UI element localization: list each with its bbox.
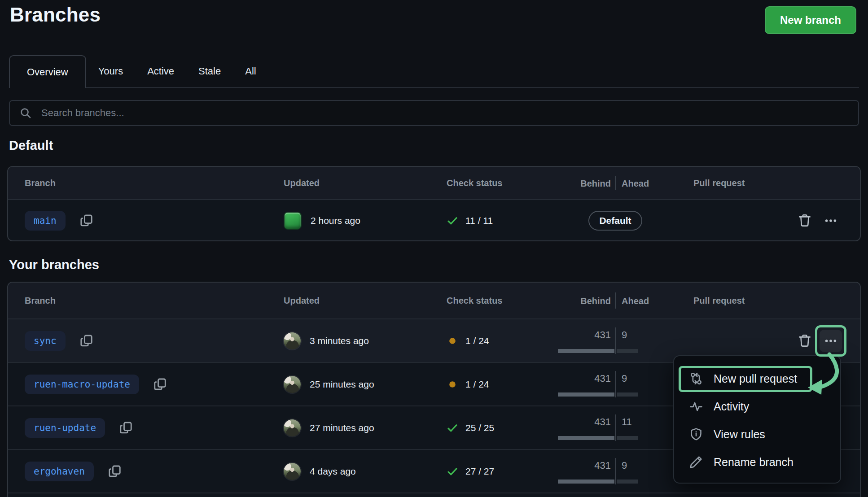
behind-ahead-cell: 431 9 xyxy=(557,319,674,362)
tab-overview-label: Overview xyxy=(27,66,68,78)
updated-text: 27 minutes ago xyxy=(310,423,374,433)
branch-options-kebab-button[interactable] xyxy=(820,209,842,232)
tab-all[interactable]: All xyxy=(233,55,268,87)
menu-item-rename-branch[interactable]: Rename branch xyxy=(674,448,840,476)
ahead-bar xyxy=(617,392,638,397)
updated-text: 25 minutes ago xyxy=(310,379,374,390)
avatar[interactable] xyxy=(284,376,301,393)
search-branches-box[interactable] xyxy=(9,100,859,126)
avatar[interactable] xyxy=(284,419,301,436)
branches-page: Branches New branch Overview Yours Activ… xyxy=(0,0,868,497)
table-header: Branch Updated Check status Behind Ahead… xyxy=(8,167,860,200)
default-branch-table: Branch Updated Check status Behind Ahead… xyxy=(7,166,861,241)
updated-text: 3 minutes ago xyxy=(310,336,369,346)
default-badge: Default xyxy=(588,211,642,231)
default-section-heading: Default xyxy=(9,138,53,153)
tab-overview[interactable]: Overview xyxy=(9,55,86,88)
branch-name-chip[interactable]: main xyxy=(25,211,66,231)
branch-name-chip[interactable]: ruen-update xyxy=(25,418,105,438)
check-pending-icon[interactable] xyxy=(447,379,458,390)
ahead-count: 11 xyxy=(622,416,632,428)
copy-branch-name-icon[interactable] xyxy=(119,421,133,435)
branch-options-kebab-button[interactable] xyxy=(820,330,842,352)
menu-item-view-rules[interactable]: View rules xyxy=(674,420,840,448)
check-count[interactable]: 25 / 25 xyxy=(465,423,494,433)
search-branches-input[interactable] xyxy=(40,107,848,119)
check-pending-icon[interactable] xyxy=(447,335,458,347)
behind-bar xyxy=(558,349,614,353)
copy-branch-name-icon[interactable] xyxy=(153,378,167,391)
behind-ahead-divider xyxy=(615,292,616,309)
column-header-check-status: Check status xyxy=(447,283,557,318)
branch-name-chip[interactable]: sync xyxy=(25,331,66,351)
avatar[interactable] xyxy=(284,212,302,230)
table-header: Branch Updated Check status Behind Ahead… xyxy=(8,283,860,319)
updated-text: 4 days ago xyxy=(310,466,356,477)
behind-count: 431 xyxy=(594,329,611,341)
menu-item-new-pull-request[interactable]: New pull request xyxy=(674,365,840,392)
behind-ahead-cell: 431 11 xyxy=(557,406,674,449)
new-branch-button[interactable]: New branch xyxy=(765,6,856,34)
column-header-updated: Updated xyxy=(284,167,447,199)
pull-request-cell xyxy=(674,200,754,241)
copy-branch-name-icon[interactable] xyxy=(80,214,93,227)
ahead-count: 9 xyxy=(622,373,627,384)
git-compare-icon xyxy=(689,372,703,385)
behind-count: 431 xyxy=(594,373,611,384)
menu-item-label: New pull request xyxy=(714,372,797,385)
behind-ahead-cell: 431 9 xyxy=(557,450,674,493)
menu-item-label: Rename branch xyxy=(714,456,793,469)
page-title: Branches xyxy=(10,4,101,26)
menu-item-label: Activity xyxy=(714,400,749,413)
check-success-icon[interactable] xyxy=(447,215,458,227)
kebab-icon xyxy=(824,334,837,348)
menu-item-activity[interactable]: Activity xyxy=(674,392,840,420)
behind-bar xyxy=(558,436,614,440)
ahead-bar xyxy=(617,480,638,484)
check-count[interactable]: 27 / 27 xyxy=(465,466,494,477)
check-success-icon[interactable] xyxy=(447,466,458,477)
updated-text: 2 hours ago xyxy=(311,215,360,226)
check-count[interactable]: 11 / 11 xyxy=(465,215,493,226)
behind-ahead-divider xyxy=(615,176,616,190)
ahead-count: 9 xyxy=(622,460,627,471)
ahead-bar xyxy=(617,436,638,440)
column-header-branch: Branch xyxy=(8,283,284,318)
shield-icon xyxy=(689,427,703,441)
column-header-pull-request: Pull request xyxy=(674,167,754,199)
column-header-behind: Behind xyxy=(580,296,611,306)
copy-branch-name-icon[interactable] xyxy=(108,465,122,478)
branch-options-context-menu: New pull request Activity View rules Ren… xyxy=(673,355,841,484)
check-success-icon[interactable] xyxy=(447,422,458,434)
column-header-pull-request: Pull request xyxy=(674,283,754,318)
column-header-branch: Branch xyxy=(8,167,284,199)
tab-stale[interactable]: Stale xyxy=(186,55,233,87)
column-header-ahead: Ahead xyxy=(622,296,649,306)
your-branches-section-heading: Your branches xyxy=(9,257,99,272)
behind-bar xyxy=(558,480,614,484)
avatar[interactable] xyxy=(284,332,301,349)
delete-branch-icon[interactable] xyxy=(798,334,811,348)
tab-active-label: Active xyxy=(147,65,174,77)
kebab-icon xyxy=(824,214,837,227)
behind-bar xyxy=(558,392,614,397)
column-header-check-status: Check status xyxy=(447,167,557,199)
behind-ahead-cell: 431 9 xyxy=(557,363,674,405)
delete-branch-icon[interactable] xyxy=(798,214,811,227)
check-count[interactable]: 1 / 24 xyxy=(465,336,489,346)
behind-count: 431 xyxy=(594,416,611,428)
pencil-icon xyxy=(689,455,703,469)
branch-name-chip[interactable]: ergohaven xyxy=(25,462,94,481)
avatar[interactable] xyxy=(284,463,301,480)
table-row-main: main 2 hours ago 11 / 11 Default xyxy=(8,200,860,241)
copy-branch-name-icon[interactable] xyxy=(80,334,93,348)
tab-all-label: All xyxy=(245,65,256,77)
tab-active[interactable]: Active xyxy=(135,55,186,87)
tab-bar: Overview Yours Active Stale All xyxy=(9,55,859,88)
menu-item-label: View rules xyxy=(714,428,765,441)
branch-name-chip[interactable]: ruen-macro-update xyxy=(25,375,139,394)
tab-yours[interactable]: Yours xyxy=(86,55,135,87)
ahead-count: 9 xyxy=(622,329,627,341)
check-count[interactable]: 1 / 24 xyxy=(465,379,489,390)
tab-yours-label: Yours xyxy=(98,65,123,77)
